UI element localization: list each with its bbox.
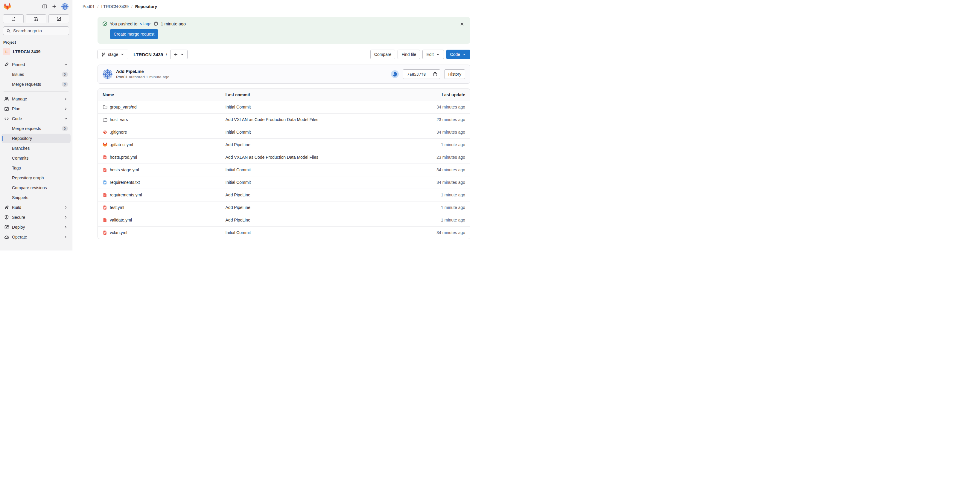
code-icon — [4, 116, 9, 121]
last-commit-link[interactable]: Add PipeLine — [226, 142, 250, 147]
sidebar-section-label: Project — [0, 35, 72, 47]
sidebar-item-tags[interactable]: Tags — [2, 163, 71, 173]
sidebar-project-link[interactable]: L LTRDCN-3439 — [2, 47, 71, 57]
super-sidebar: Search or go to... Project L LTRDCN-3439… — [0, 0, 72, 251]
file-name-link[interactable]: validate.yml — [103, 217, 221, 222]
file-name-link[interactable]: .gitignore — [103, 130, 221, 135]
breadcrumb-group[interactable]: Pod01 — [83, 4, 94, 9]
plus-icon — [173, 52, 178, 57]
sidebar-item-operate[interactable]: Operate — [2, 232, 71, 242]
last-commit-link[interactable]: Initial Commit — [226, 230, 251, 235]
repository-page: You pushed to stage 1 minute ago Create … — [72, 13, 490, 239]
commit-sha[interactable]: 7a8537f8 — [403, 70, 430, 79]
branch-selector[interactable]: stage — [97, 50, 128, 59]
sidebar-item-label: Build — [12, 205, 21, 210]
file-name-link[interactable]: requirements.txt — [103, 180, 221, 185]
sidebar-item-deploy[interactable]: Deploy — [2, 222, 71, 232]
sidebar-item-label: Issues — [12, 72, 24, 77]
sidebar-item-build[interactable]: Build — [2, 203, 71, 212]
sidebar-item-plan[interactable]: Plan — [2, 104, 71, 114]
rocket-icon — [4, 205, 9, 210]
history-button[interactable]: History — [444, 69, 465, 79]
chevron-right-icon — [64, 215, 68, 219]
sidebar-item-snippets[interactable]: Snippets — [2, 193, 71, 202]
sidebar-item-issues[interactable]: Issues0 — [2, 70, 71, 79]
file-name-link[interactable]: hosts.prod.yml — [103, 155, 221, 160]
create-merge-request-button[interactable]: Create merge request — [110, 29, 158, 39]
count-badge: 0 — [62, 126, 68, 131]
breadcrumb-current-page: Repository — [135, 4, 157, 9]
last-update-time: 34 minutes ago — [377, 226, 470, 239]
find-file-button[interactable]: Find file — [398, 50, 420, 59]
copy-branch-icon[interactable] — [154, 22, 158, 26]
sidebar-item-code[interactable]: Code — [2, 114, 71, 124]
issues-shortcut-button[interactable] — [3, 14, 24, 23]
user-avatar[interactable] — [61, 3, 68, 10]
compare-button[interactable]: Compare — [370, 50, 396, 59]
commit-author-avatar[interactable] — [103, 69, 113, 79]
sidebar-item-label: Merge requests — [12, 126, 41, 131]
last-update-time: 1 minute ago — [377, 189, 470, 201]
sidebar-item-label: Snippets — [12, 195, 28, 200]
sidebar-item-merge-requests[interactable]: Merge requests0 — [2, 124, 71, 133]
collapse-sidebar-icon[interactable] — [42, 4, 47, 9]
issues-icon — [11, 16, 16, 21]
last-commit-link[interactable]: Initial Commit — [226, 180, 251, 185]
last-commit-link[interactable]: Add PipeLine — [226, 217, 250, 222]
task-done-shortcut-button[interactable] — [48, 14, 69, 23]
last-commit-link[interactable]: Add PipeLine — [226, 205, 250, 210]
copy-sha-button[interactable] — [430, 70, 440, 79]
commit-title-link[interactable]: Add PipeLine — [116, 69, 169, 74]
file-name-link[interactable]: test.yml — [103, 205, 221, 210]
count-badge: 0 — [62, 72, 68, 77]
last-update-time: 34 minutes ago — [377, 101, 470, 113]
repo-root-link[interactable]: LTRDCN-3439 — [134, 52, 163, 57]
breadcrumb-project[interactable]: LTRDCN-3439 — [101, 4, 129, 9]
file-name-link[interactable]: group_vars/nd — [103, 105, 221, 109]
last-commit-link[interactable]: Initial Commit — [226, 130, 251, 135]
sidebar-item-repository[interactable]: Repository — [2, 134, 71, 143]
last-commit-link[interactable]: Initial Commit — [226, 105, 251, 109]
create-new-icon[interactable] — [52, 4, 57, 9]
sidebar-item-label: Commits — [12, 156, 29, 160]
pipeline-status-running-icon[interactable] — [391, 70, 399, 78]
column-header-last-update: Last update — [377, 89, 470, 101]
last-commit-link[interactable]: Add VXLAN as Code Production Data Model … — [226, 155, 318, 160]
merge-request-shortcut-button[interactable] — [26, 14, 46, 23]
sidebar-item-merge-requests[interactable]: Merge requests0 — [2, 79, 71, 89]
column-header-name: Name — [98, 89, 221, 101]
breadcrumb-separator: / — [131, 4, 132, 9]
last-commit-link[interactable]: Add PipeLine — [226, 192, 250, 197]
edit-dropdown-button[interactable]: Edit — [422, 50, 444, 59]
last-commit-link[interactable]: Initial Commit — [226, 167, 251, 172]
sidebar-item-label: Compare revisions — [12, 185, 47, 190]
sidebar-item-secure[interactable]: Secure — [2, 212, 71, 222]
sidebar-item-compare-revisions[interactable]: Compare revisions — [2, 183, 71, 192]
file-name-link[interactable]: hosts.stage.yml — [103, 167, 221, 172]
gitlab-logo-icon[interactable] — [3, 3, 11, 10]
pushed-branch-link[interactable]: stage — [140, 22, 151, 26]
file-name-link[interactable]: vxlan.yml — [103, 230, 221, 235]
file-name-link[interactable]: host_vars — [103, 117, 221, 122]
sidebar-menu: PinnedIssues0Merge requests0ManagePlanCo… — [0, 60, 72, 242]
sidebar-item-manage[interactable]: Manage — [2, 94, 71, 104]
close-icon[interactable] — [460, 22, 464, 26]
sidebar-item-repository-graph[interactable]: Repository graph — [2, 173, 71, 182]
file-name: host_vars — [110, 117, 128, 122]
add-file-dropdown[interactable] — [170, 50, 188, 59]
sidebar-item-label: Repository graph — [12, 176, 44, 180]
table-row: requirements.ymlAdd PipeLine1 minute ago — [98, 189, 470, 201]
chevron-right-icon — [64, 205, 68, 209]
code-dropdown-button[interactable]: Code — [446, 50, 470, 59]
file-name-link[interactable]: .gitlab-ci.yml — [103, 142, 221, 147]
file-name-link[interactable]: requirements.yml — [103, 192, 221, 197]
text-file-icon — [103, 180, 107, 185]
sidebar-item-commits[interactable]: Commits — [2, 153, 71, 163]
last-commit-link[interactable]: Add VXLAN as Code Production Data Model … — [226, 117, 318, 122]
chevron-down-icon — [180, 52, 184, 57]
sidebar-item-pinned[interactable]: Pinned — [2, 60, 71, 69]
search-input[interactable]: Search or go to... — [3, 26, 69, 35]
sidebar-item-branches[interactable]: Branches — [2, 143, 71, 153]
commit-author-name[interactable]: Pod01 — [116, 75, 128, 79]
chevron-down-icon — [120, 52, 124, 57]
